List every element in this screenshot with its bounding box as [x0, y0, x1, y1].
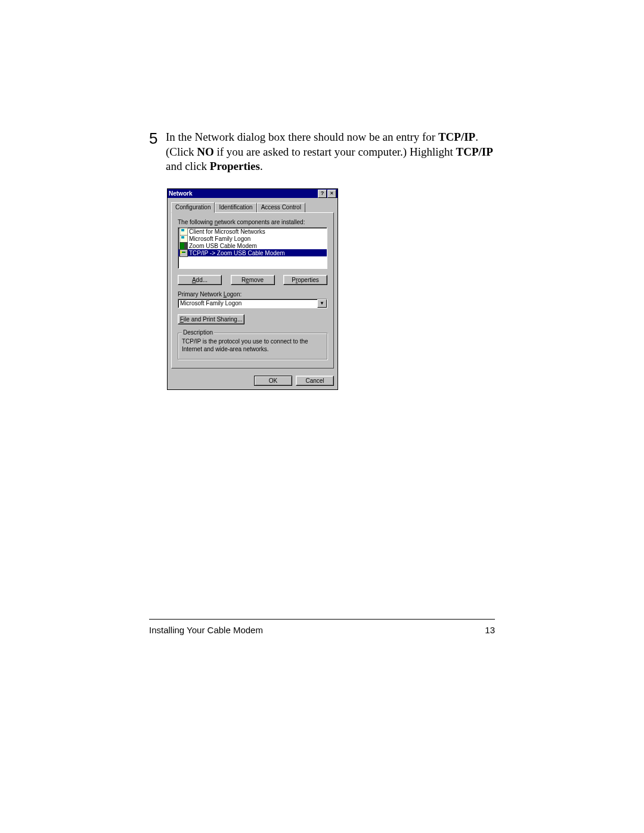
component-buttons: Add... Remove Properties: [178, 275, 327, 285]
remove-button[interactable]: Remove: [231, 275, 275, 285]
add-button[interactable]: Add...: [178, 275, 222, 285]
list-item-label: TCP/IP -> Zoom USB Cable Modem: [189, 250, 285, 256]
dialog-title: Network: [169, 190, 317, 197]
dialog-footer: OK Cancel: [168, 373, 338, 389]
ok-button[interactable]: OK: [254, 376, 292, 386]
list-item[interactable]: Zoom USB Cable Modem: [178, 242, 327, 249]
titlebar[interactable]: Network ? ×: [168, 189, 338, 198]
tab-panel-configuration: The following network components are ins…: [171, 212, 334, 368]
help-button[interactable]: ?: [318, 190, 327, 198]
description-text: TCP/IP is the protocol you use to connec…: [182, 338, 323, 353]
components-listbox[interactable]: Client for Microsoft Networks Microsoft …: [178, 227, 327, 269]
list-item-label: Zoom USB Cable Modem: [189, 243, 257, 249]
description-legend: Description: [182, 329, 214, 336]
close-button[interactable]: ×: [327, 190, 336, 198]
list-item[interactable]: Microsoft Family Logon: [178, 235, 327, 242]
properties-button[interactable]: Properties: [283, 275, 327, 285]
step-text: In the Network dialog box there should n…: [166, 130, 495, 174]
cancel-button[interactable]: Cancel: [296, 376, 334, 386]
tab-strip: Configuration Identification Access Cont…: [171, 202, 334, 212]
step-number: 5: [149, 131, 166, 146]
protocol-icon: [179, 249, 188, 257]
list-item[interactable]: Client for Microsoft Networks: [178, 228, 327, 235]
primary-logon-combo[interactable]: Microsoft Family Logon ▼: [178, 299, 327, 308]
primary-logon-label: Primary Network Logon:: [178, 291, 327, 298]
footer-rule: [149, 619, 495, 620]
list-item-label: Microsoft Family Logon: [189, 236, 250, 242]
description-group: Description TCP/IP is the protocol you u…: [178, 333, 327, 360]
network-dialog: Network ? × Configuration Identification…: [167, 188, 338, 390]
dialog-body: Configuration Identification Access Cont…: [168, 198, 338, 373]
components-label: The following network components are ins…: [178, 219, 327, 225]
list-item-label: Client for Microsoft Networks: [189, 228, 265, 235]
step-5: 5 In the Network dialog box there should…: [149, 130, 495, 174]
page-footer: Installing Your Cable Modem 13: [149, 625, 495, 635]
primary-logon-value: Microsoft Family Logon: [178, 299, 317, 308]
list-item-selected[interactable]: TCP/IP -> Zoom USB Cable Modem: [178, 249, 327, 256]
footer-left: Installing Your Cable Modem: [149, 625, 263, 635]
file-print-sharing-button[interactable]: File and Print Sharing...: [178, 314, 244, 324]
page-content: 5 In the Network dialog box there should…: [149, 130, 495, 188]
tab-configuration[interactable]: Configuration: [171, 202, 215, 213]
footer-page-number: 13: [485, 625, 495, 635]
chevron-down-icon[interactable]: ▼: [317, 299, 327, 308]
